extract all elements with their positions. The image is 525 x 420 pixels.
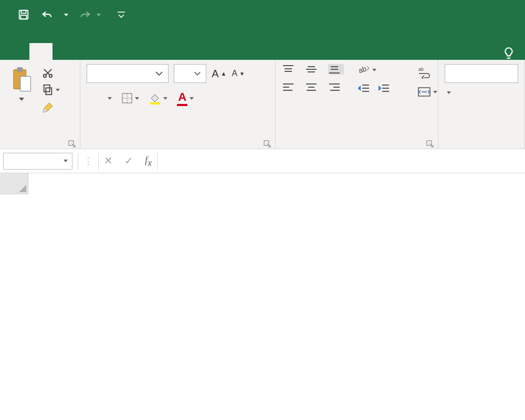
svg-rect-5 bbox=[17, 67, 23, 72]
accounting-format-button[interactable] bbox=[445, 91, 451, 94]
namebox-dropdown-icon[interactable] bbox=[64, 160, 68, 162]
svg-rect-17 bbox=[150, 102, 160, 104]
qat-customize-icon[interactable] bbox=[116, 9, 127, 20]
align-center-icon[interactable] bbox=[305, 82, 321, 92]
borders-button[interactable] bbox=[121, 92, 139, 104]
font-color-button[interactable]: A bbox=[177, 90, 194, 106]
tab-formulas[interactable] bbox=[99, 43, 122, 60]
undo-icon[interactable] bbox=[41, 9, 52, 20]
underline-button[interactable] bbox=[106, 97, 112, 100]
title-bar bbox=[0, 0, 525, 29]
paste-button[interactable] bbox=[6, 64, 37, 103]
cancel-icon: ✕ bbox=[104, 154, 113, 167]
format-painter-icon[interactable] bbox=[42, 101, 60, 113]
alignment-launcher-icon[interactable] bbox=[426, 140, 434, 148]
select-all-button[interactable] bbox=[0, 173, 28, 194]
clipboard-launcher-icon[interactable] bbox=[68, 140, 76, 148]
save-icon[interactable] bbox=[18, 9, 29, 20]
align-left-icon[interactable] bbox=[282, 82, 298, 92]
decrease-font-icon[interactable]: A▼ bbox=[232, 69, 245, 78]
group-number bbox=[438, 60, 525, 149]
ribbon: A▲ A▼ A bbox=[0, 60, 525, 149]
align-right-icon[interactable] bbox=[328, 82, 344, 92]
borders-dropdown-icon[interactable] bbox=[135, 97, 139, 100]
fill-dropdown-icon[interactable] bbox=[163, 97, 167, 100]
tab-data[interactable] bbox=[122, 43, 145, 60]
quick-access-toolbar bbox=[0, 9, 127, 20]
name-box[interactable] bbox=[3, 153, 72, 170]
formula-bar: ⋮ ✕ ✓ fx bbox=[0, 149, 525, 173]
tab-review[interactable] bbox=[145, 43, 168, 60]
tab-home[interactable] bbox=[29, 43, 52, 60]
fill-color-button[interactable] bbox=[149, 92, 167, 104]
font-name-combo[interactable] bbox=[87, 64, 169, 83]
tab-insert[interactable] bbox=[52, 43, 76, 60]
underline-dropdown-icon[interactable] bbox=[108, 97, 112, 100]
orientation-dropdown-icon[interactable] bbox=[372, 69, 376, 71]
increase-indent-icon[interactable] bbox=[377, 83, 390, 93]
wrap-text-icon[interactable]: ab bbox=[417, 66, 437, 79]
group-font: A▲ A▼ A bbox=[80, 60, 276, 149]
tab-help[interactable] bbox=[191, 43, 214, 60]
group-alignment: ab ab bbox=[276, 60, 438, 149]
formula-menu-icon[interactable]: ⋮ bbox=[83, 155, 93, 167]
increase-font-icon[interactable]: A▲ bbox=[212, 68, 226, 80]
tab-page-layout[interactable] bbox=[76, 43, 99, 60]
fx-icon[interactable]: fx bbox=[145, 154, 152, 168]
svg-text:ab: ab bbox=[418, 67, 424, 72]
undo-dropdown-icon[interactable] bbox=[64, 14, 68, 16]
number-format-combo[interactable] bbox=[445, 64, 518, 83]
column-headers bbox=[28, 173, 525, 194]
tab-view[interactable] bbox=[168, 43, 191, 60]
enter-icon: ✓ bbox=[124, 154, 133, 167]
merge-center-button[interactable] bbox=[417, 86, 437, 98]
copy-dropdown-icon[interactable] bbox=[56, 89, 60, 91]
redo-dropdown-icon[interactable] bbox=[97, 14, 101, 16]
ribbon-tabs bbox=[0, 29, 525, 60]
copy-icon[interactable] bbox=[42, 84, 60, 96]
paste-dropdown-icon[interactable] bbox=[19, 98, 24, 101]
currency-dropdown-icon[interactable] bbox=[447, 91, 451, 94]
svg-rect-6 bbox=[20, 77, 30, 91]
orientation-button[interactable]: ab bbox=[358, 64, 390, 76]
svg-rect-1 bbox=[21, 10, 26, 14]
redo-icon[interactable] bbox=[80, 9, 91, 20]
merge-dropdown-icon[interactable] bbox=[433, 91, 437, 93]
cut-icon[interactable] bbox=[42, 67, 60, 79]
group-clipboard bbox=[0, 60, 80, 149]
decrease-indent-icon[interactable] bbox=[358, 83, 370, 93]
align-top-icon[interactable] bbox=[282, 64, 298, 75]
font-color-dropdown-icon[interactable] bbox=[190, 97, 194, 100]
align-bottom-icon[interactable] bbox=[328, 64, 344, 75]
svg-rect-2 bbox=[21, 15, 27, 19]
worksheet bbox=[0, 173, 525, 420]
tell-me-icon[interactable] bbox=[502, 46, 516, 60]
tab-file[interactable] bbox=[10, 43, 29, 60]
font-size-combo[interactable] bbox=[174, 64, 206, 83]
font-launcher-icon[interactable] bbox=[264, 140, 271, 148]
align-middle-icon[interactable] bbox=[305, 64, 321, 75]
svg-text:ab: ab bbox=[358, 64, 368, 75]
row-headers bbox=[0, 173, 28, 420]
